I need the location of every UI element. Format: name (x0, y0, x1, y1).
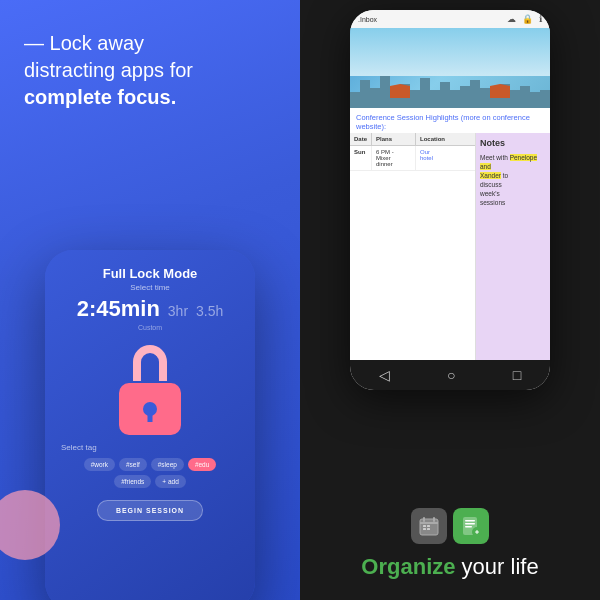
tag-edu[interactable]: #edu (188, 458, 216, 471)
notes-highlight: Penelope andXander (480, 154, 537, 179)
svg-rect-3 (433, 517, 435, 522)
lock-icon-small: 🔒 (522, 14, 533, 24)
select-tag-label: Select tag (57, 443, 97, 452)
left-panel: — Lock awaydistracting apps for complete… (0, 0, 300, 600)
notes-icon (460, 515, 482, 537)
svg-rect-9 (465, 520, 475, 522)
tagline-bold: complete focus. (24, 86, 176, 108)
notes-text-1: Meet with Penelope andXander todiscusswe… (480, 154, 537, 206)
tag-friends[interactable]: #friends (114, 475, 151, 488)
svg-rect-2 (423, 517, 425, 522)
notes-panel: Notes Meet with Penelope andXander todis… (476, 133, 550, 360)
tagline: — Lock awaydistracting apps for complete… (24, 30, 276, 111)
toolbar-icons: ☁ 🔒 ℹ (507, 14, 542, 24)
svg-rect-14 (477, 530, 478, 534)
app-icon-green (453, 508, 489, 544)
bottom-section: Organize your life (300, 508, 600, 580)
full-lock-title: Full Lock Mode (103, 266, 198, 281)
cloud-icon: ☁ (507, 14, 516, 24)
svg-rect-1 (420, 522, 438, 524)
col-plans: Plans (372, 133, 416, 145)
recent-nav-icon[interactable]: □ (513, 367, 521, 383)
lock-keyhole (143, 402, 157, 416)
tag-self[interactable]: #self (119, 458, 147, 471)
organize-text: Organize your life (361, 554, 538, 580)
cell-plans: 6 PM -Mixerdinner (372, 146, 416, 170)
right-panel: .Inbox ☁ 🔒 ℹ Conference Session Highligh… (300, 0, 600, 600)
time-alt2: 3.5h (196, 303, 223, 319)
phone-bottom-nav: ◁ ○ □ (350, 360, 550, 390)
begin-session-button[interactable]: BEGIN SESSION (97, 500, 203, 521)
conference-title: Conference Session Highlights (more on c… (350, 108, 550, 133)
svg-rect-7 (427, 528, 430, 530)
calendar-icon (418, 515, 440, 537)
phone-right-mockup: .Inbox ☁ 🔒 ℹ Conference Session Highligh… (350, 10, 550, 390)
table-header: Date Plans Location (350, 133, 475, 146)
custom-label: Custom (138, 324, 162, 331)
dash: — (24, 32, 50, 54)
table-row: Sun 6 PM -Mixerdinner Ourhotel (350, 146, 475, 171)
phone-screen: .Inbox ☁ 🔒 ℹ Conference Session Highligh… (350, 10, 550, 390)
phone-left-mockup: Full Lock Mode Select time 2:45min 3hr 3… (45, 250, 255, 600)
notes-content: Meet with Penelope andXander todiscusswe… (480, 153, 546, 208)
tag-add[interactable]: + add (155, 475, 185, 488)
notes-title: Notes (480, 138, 546, 148)
select-time-label: Select time (130, 283, 170, 292)
city-image (350, 28, 550, 108)
tag-work[interactable]: #work (84, 458, 115, 471)
svg-rect-4 (423, 525, 426, 527)
cell-location: Ourhotel (416, 146, 454, 170)
tag-sleep[interactable]: #sleep (151, 458, 184, 471)
conference-title-bold: Conference Session Highlights (356, 113, 459, 122)
col-location: Location (416, 133, 454, 145)
cell-date: Sun (350, 146, 372, 170)
inbox-label: .Inbox (358, 16, 377, 23)
info-icon: ℹ (539, 14, 542, 24)
time-options: 2:45min 3hr 3.5h (77, 296, 224, 322)
tags-row-2: #friends + add (57, 475, 243, 488)
sky (350, 28, 550, 76)
lock-body (119, 383, 181, 435)
time-alt1: 3hr (168, 303, 188, 319)
lock-icon (110, 345, 190, 435)
svg-rect-10 (465, 523, 475, 525)
phone-statusbar: .Inbox ☁ 🔒 ℹ (350, 10, 550, 28)
svg-rect-5 (427, 525, 430, 527)
app-icon-gray (411, 508, 447, 544)
your-life-text: your life (455, 554, 538, 579)
tags-row-1: #work #self #sleep #edu (57, 458, 243, 471)
col-date: Date (350, 133, 372, 145)
back-nav-icon[interactable]: ◁ (379, 367, 390, 383)
svg-rect-11 (465, 526, 472, 528)
lock-shackle (133, 345, 167, 381)
svg-rect-6 (423, 528, 426, 530)
organize-word: Organize (361, 554, 455, 579)
time-main: 2:45min (77, 296, 160, 322)
home-nav-icon[interactable]: ○ (447, 367, 455, 383)
content-area: Date Plans Location Sun 6 PM -Mixerdinne… (350, 133, 550, 360)
table-area: Date Plans Location Sun 6 PM -Mixerdinne… (350, 133, 476, 360)
app-icons-group (411, 508, 489, 544)
